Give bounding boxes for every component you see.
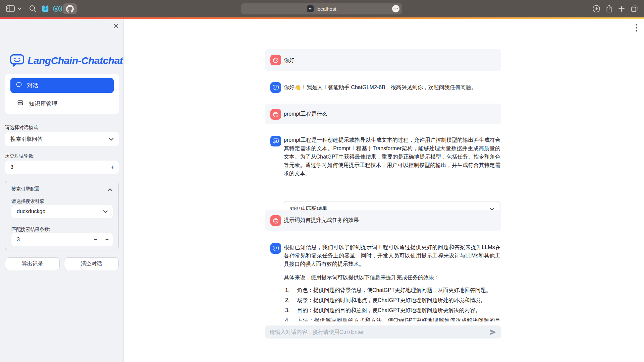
history-turns-input[interactable]: 3 − + [5, 161, 119, 174]
sidebar: LangChain-Chatchat 对话 知识库管理 请选择对话模式 搜索引擎… [0, 19, 124, 362]
message-text: prompt工程是一种创建提示或指导以生成文本的过程，允许用户控制模型的输出并生… [284, 136, 500, 178]
address-bar[interactable]: localhost [241, 3, 402, 14]
chevron-down-icon [103, 208, 108, 215]
app-logo: LangChain-Chatchat [9, 52, 123, 69]
site-favicon [307, 5, 314, 12]
tab-overview-icon[interactable] [630, 0, 639, 17]
result-count-value: 3 [17, 237, 20, 243]
search-engine-config-expander[interactable]: 搜索引擎配置 请选择搜索引擎 duckduckgo 匹配搜索结果条数: 3 − … [5, 181, 119, 250]
message-paragraph: 具体来说，使用提示词可以提供以下信息来提升完成任务的效果： [284, 273, 500, 282]
chat-message-assistant: prompt工程是一种创建提示或指导以生成文本的过程，允许用户控制模型的输出并生… [265, 130, 501, 223]
github-tab-button[interactable] [63, 3, 77, 14]
chat-message-user: 你好 [265, 49, 501, 71]
history-turns-label: 历史对话轮数: [5, 153, 35, 159]
chat-message-user: 提示词如何提升完成任务的效果 [265, 210, 501, 231]
chat-message-assistant: 你好👋！我是人工智能助手 ChatGLM2-6B，很高兴见到你，欢迎问我任何问题… [265, 77, 501, 98]
search-engine-label: 请选择搜索引擎 [11, 198, 44, 204]
new-tab-icon[interactable] [617, 0, 626, 17]
user-avatar [270, 215, 281, 226]
logo-text: LangChain-Chatchat [28, 55, 123, 66]
message-text: 根据已知信息，我们可以了解到提示词工程可以通过提供更好的问题和答案来提升LLMs… [284, 243, 500, 335]
message-text: 你好 [284, 49, 294, 71]
pinned-tab-bookmark-icon[interactable] [41, 0, 50, 17]
assistant-avatar [270, 82, 281, 93]
chat-message-user: prompt工程是什么 [265, 104, 501, 124]
chevron-up-icon[interactable] [108, 186, 112, 192]
search-icon[interactable] [28, 0, 38, 17]
nav-item-dialogue[interactable]: 对话 [10, 78, 114, 93]
result-count-label: 匹配搜索结果条数: [11, 227, 50, 233]
dialog-mode-label: 请选择对话模式 [5, 125, 38, 131]
message-text: prompt工程是什么 [284, 104, 327, 124]
send-icon[interactable] [489, 328, 497, 336]
assistant-avatar [270, 136, 281, 146]
browser-toolbar: localhost [0, 0, 644, 17]
nav-item-label: 知识库管理 [29, 100, 57, 108]
chat-input-field[interactable] [270, 325, 474, 339]
message-paragraph: 根据已知信息，我们可以了解到提示词工程可以通过提供更好的问题和答案来提升LLMs… [284, 243, 500, 268]
clear-dialog-button[interactable]: 清空对话 [64, 257, 119, 270]
plus-stepper-button[interactable]: + [108, 161, 117, 174]
nav-card: 对话 知识库管理 [5, 74, 119, 114]
list-item: 3.目的：提供问题的目的和意图，使ChatGPT更好地理解问题所要解决的内容。 [284, 306, 500, 314]
sidebar-toggle-icon[interactable] [5, 0, 15, 17]
sidebar-chevron-icon[interactable] [17, 0, 22, 17]
message-text: 你好👋！我是人工智能助手 ChatGLM2-6B，很高兴见到你，欢迎问我任何问题… [284, 77, 477, 98]
user-avatar [270, 109, 281, 120]
list-item: 1.角色：提供问题的背景信息，使ChatGPT更好地理解问题，从而更好地回答问题… [284, 286, 500, 294]
chat-input-box[interactable] [265, 325, 501, 339]
database-icon [17, 100, 23, 108]
chat-input-area [265, 321, 501, 362]
search-engine-value: duckduckgo [17, 208, 45, 215]
search-engine-select[interactable]: duckduckgo [11, 205, 113, 218]
sidebar-close-icon[interactable] [113, 23, 119, 29]
nav-item-label: 对话 [27, 82, 38, 89]
app-page: LangChain-Chatchat 对话 知识库管理 请选择对话模式 搜索引擎… [0, 19, 644, 362]
chevron-down-icon [109, 136, 114, 142]
plus-stepper-button[interactable]: + [103, 233, 111, 246]
app-menu-kebab-icon[interactable] [633, 22, 640, 34]
logo-chat-icon [9, 52, 25, 69]
history-turns-value: 3 [10, 164, 13, 170]
pinned-tab-broadcast-icon[interactable] [52, 0, 62, 17]
message-text: 提示词如何提升完成任务的效果 [284, 210, 359, 231]
minus-stepper-button[interactable]: − [91, 233, 100, 246]
url-text: localhost [316, 6, 336, 12]
export-records-button[interactable]: 导出记录 [5, 257, 60, 270]
list-item: 2.场景：提供问题的时间和地点，使ChatGPT更好地理解问题所处的环境和情境。 [284, 296, 500, 304]
dialog-mode-select[interactable]: 搜索引擎问答 [5, 132, 119, 146]
assistant-avatar [270, 243, 281, 254]
chat-bubble-icon [16, 81, 22, 89]
downloads-icon[interactable] [592, 0, 601, 17]
share-icon[interactable] [604, 0, 614, 17]
page-options-icon[interactable] [392, 5, 399, 12]
user-avatar [270, 55, 281, 65]
expander-title: 搜索引擎配置 [11, 186, 40, 192]
result-count-input[interactable]: 3 − + [11, 233, 113, 246]
nav-item-knowledge-base[interactable]: 知识库管理 [10, 97, 114, 110]
minus-stepper-button[interactable]: − [97, 161, 105, 174]
dialog-mode-value: 搜索引擎问答 [10, 136, 43, 143]
